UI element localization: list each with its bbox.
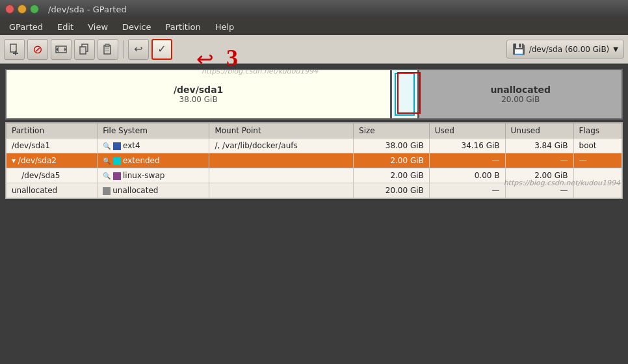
col-mountpoint: Mount Point — [209, 124, 354, 138]
cell-filesystem: 🔍 ext4 — [98, 138, 209, 153]
partition-table-container: Partition File System Mount Point Size U… — [5, 122, 623, 199]
delete-button[interactable]: ⊘ — [27, 39, 48, 60]
cell-size: 2.00 GiB — [354, 168, 430, 183]
maximize-button[interactable] — [30, 5, 39, 14]
cell-filesystem: unallocated — [98, 183, 209, 198]
cell-used: 0.00 B — [429, 168, 505, 183]
new-button[interactable] — [4, 39, 25, 60]
col-filesystem: File System — [98, 124, 209, 138]
cell-used: — — [429, 183, 505, 198]
disk-visual: /dev/sda1 38.00 GiB unallocated 20.00 Gi… — [5, 69, 623, 120]
cell-used: — — [429, 153, 505, 168]
titlebar: /dev/sda - GParted — [0, 0, 628, 18]
cell-unused: 3.84 GiB — [505, 138, 573, 153]
cell-filesystem: 🔍 linux-swap — [98, 168, 209, 183]
apply-button[interactable]: ✓ — [151, 39, 172, 60]
cell-unused: — — [505, 153, 573, 168]
disk-partition-sda2[interactable] — [392, 70, 419, 118]
disk-unallocated[interactable]: unallocated 20.00 GiB — [419, 70, 621, 118]
dropdown-arrow-icon: ▼ — [613, 46, 618, 53]
unalloc-label: unallocated — [490, 84, 551, 95]
disk-icon: 💾 — [512, 43, 525, 55]
table-row[interactable]: /dev/sda1 🔍 ext4 /, /var/lib/docker/aufs… — [7, 138, 622, 153]
menu-edit[interactable]: Edit — [51, 20, 80, 34]
copy-button[interactable] — [74, 39, 95, 60]
cell-mountpoint — [209, 168, 354, 183]
col-unused: Unused — [505, 124, 573, 138]
watermark: https://blog.csdn.net/kudou1994 — [504, 179, 620, 187]
menu-gparted[interactable]: GParted — [3, 20, 49, 34]
menu-help[interactable]: Help — [209, 20, 241, 34]
paste-button[interactable] — [98, 39, 118, 60]
col-partition: Partition — [7, 124, 98, 138]
menubar: GParted Edit View Device Partition Help — [0, 18, 628, 35]
toolbar: ⊘ ↩ ✓ 💾 /dev/sda (60.00 GiB) ▼ — [0, 35, 628, 64]
cell-size: 38.00 GiB — [354, 138, 430, 153]
col-size: Size — [354, 124, 430, 138]
menu-partition[interactable]: Partition — [159, 20, 207, 34]
resize-button[interactable] — [51, 39, 72, 60]
device-selector[interactable]: 💾 /dev/sda (60.00 GiB) ▼ — [506, 40, 624, 58]
menu-device[interactable]: Device — [116, 20, 157, 34]
minimize-button[interactable] — [18, 5, 27, 14]
cell-mountpoint — [209, 183, 354, 198]
cell-partition: ▾ /dev/sda2 — [7, 153, 98, 168]
cell-mountpoint — [209, 153, 354, 168]
undo-button[interactable]: ↩ — [128, 39, 149, 60]
unalloc-size: 20.00 GiB — [501, 95, 540, 104]
cell-filesystem: 🔍 extended — [98, 153, 209, 168]
table-header-row: Partition File System Mount Point Size U… — [7, 124, 622, 138]
cell-flags: — — [573, 153, 621, 168]
svg-rect-10 — [105, 44, 109, 47]
sda1-label: /dev/sda1 — [174, 84, 223, 95]
device-label: /dev/sda (60.00 GiB) — [529, 45, 610, 54]
svg-rect-8 — [80, 47, 86, 54]
sda1-size: 38.00 GiB — [179, 95, 218, 104]
cell-partition: /dev/sda1 — [7, 138, 98, 153]
close-button[interactable] — [5, 5, 14, 14]
cell-partition: unallocated — [7, 183, 98, 198]
cell-mountpoint: /, /var/lib/docker/aufs — [209, 138, 354, 153]
col-flags: Flags — [573, 124, 621, 138]
cell-size: 20.00 GiB — [354, 183, 430, 198]
window-title: /dev/sda - GParted — [48, 5, 127, 14]
toolbar-sep-1 — [123, 40, 124, 58]
table-row[interactable]: ▾ /dev/sda2 🔍 extended 2.00 GiB — — — — [7, 153, 622, 168]
cell-flags: boot — [573, 138, 621, 153]
window-controls — [5, 5, 39, 14]
cell-partition: /dev/sda5 — [7, 168, 98, 183]
menu-view[interactable]: View — [81, 20, 114, 34]
disk-partition-sda1[interactable]: /dev/sda1 38.00 GiB — [7, 70, 392, 118]
cell-used: 34.16 GiB — [429, 138, 505, 153]
cell-size: 2.00 GiB — [354, 153, 430, 168]
col-used: Used — [429, 124, 505, 138]
